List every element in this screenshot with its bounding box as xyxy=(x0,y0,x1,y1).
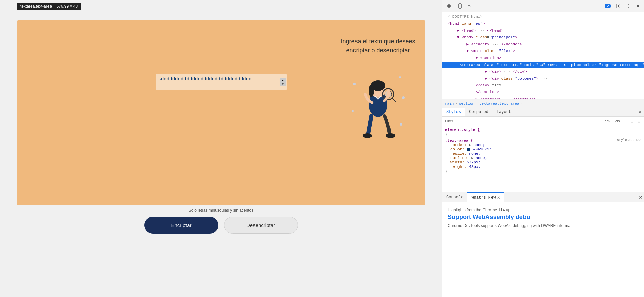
dom-line-html[interactable]: <html lang="es"> xyxy=(442,20,644,27)
dom-line-section2[interactable]: ▶ <section> ··· </section> xyxy=(442,96,644,99)
cursor-icon xyxy=(446,3,452,9)
close-devtools-btn[interactable]: ✕ xyxy=(635,3,641,9)
style-prop-width: width: 577px; xyxy=(450,160,641,164)
phone-icon-btn[interactable] xyxy=(456,3,464,9)
whats-new-body: Chrome DevTools supports WebAs: debuggin… xyxy=(448,223,639,228)
textarea-spinner: ▲ ▼ xyxy=(280,78,286,86)
illustration-text1: Ingresa el texto que desees xyxy=(328,37,429,46)
settings-icon-btn[interactable] xyxy=(614,3,622,9)
style-prop-resize: resize: none; xyxy=(450,151,641,156)
tab-styles[interactable]: Styles xyxy=(442,108,465,116)
whats-new-tab-label: What's New xyxy=(471,195,496,200)
dots-menu-btn[interactable]: ⋮ xyxy=(624,3,632,9)
chevron-more-btn[interactable]: » xyxy=(467,3,472,9)
console-tab[interactable]: Console xyxy=(442,192,467,202)
main-textarea[interactable] xyxy=(156,74,287,90)
color-swatch[interactable] xyxy=(467,148,470,151)
hint-text: Solo letras minúsculas y sin acentos xyxy=(17,208,425,213)
style-prop-height: height: 48px; xyxy=(450,164,641,169)
plus-filter-btn[interactable]: + xyxy=(623,119,627,123)
tooltip-dimensions: 576.99 × 48 xyxy=(56,4,78,9)
devtools-toolbar: » 2 ⋮ ✕ xyxy=(442,0,644,12)
dom-line-close-section: </section> xyxy=(442,89,644,96)
svg-point-4 xyxy=(400,123,402,126)
spinner-up[interactable]: ▲ xyxy=(280,78,286,82)
dom-line-div1[interactable]: ▶ <div> ··· </div> xyxy=(442,68,644,75)
illustration-text2: encriptar o desencriptar xyxy=(328,46,429,55)
page-area: textarea.text-area 576.99 × 48 ▲ ▼ xyxy=(0,0,442,297)
spinner-down[interactable]: ▼ xyxy=(280,82,286,86)
dom-line-body[interactable]: ▼ <body class="principal"> xyxy=(442,34,644,41)
tab-layout[interactable]: Layout xyxy=(493,108,515,116)
app-container: textarea.text-area 576.99 × 48 ▲ ▼ xyxy=(0,0,644,297)
dom-line-div-botones[interactable]: ▶ <div class="botones"> ··· xyxy=(442,75,644,82)
illustration-area: Ingresa el texto que desees encriptar o … xyxy=(328,34,429,141)
whats-new-highlight: Highlights from the Chrome 114 up... xyxy=(448,208,639,212)
gear-icon xyxy=(615,3,620,9)
style-rule-text-area: .text-area { style.css:33 border: ▶ none… xyxy=(445,138,641,173)
buttons-row: Encriptar Desencriptar xyxy=(17,217,425,234)
devtools-panel: » 2 ⋮ ✕ <!DOCTYPE html> <html lang="es"> xyxy=(442,0,644,297)
dom-line-main[interactable]: ▼ <main class="flex"> xyxy=(442,48,644,54)
dom-line-close-div: </div> flex xyxy=(442,82,644,89)
style-rule-element: element.style { } xyxy=(445,127,641,136)
console-tab-label: Console xyxy=(446,195,463,200)
tab-computed[interactable]: Computed xyxy=(465,108,493,116)
desencriptar-button[interactable]: Desencriptar xyxy=(224,217,298,234)
style-prop-color: color: #0A3871; xyxy=(450,147,641,151)
dom-line-section[interactable]: ▼ <section> xyxy=(442,54,644,61)
dom-tree[interactable]: <!DOCTYPE html> <html lang="es"> ▶ <head… xyxy=(442,12,644,99)
svg-point-8 xyxy=(369,85,374,97)
svg-point-13 xyxy=(386,133,395,138)
cursor-icon-btn[interactable] xyxy=(445,3,453,9)
styles-filter-bar: :hov .cls + ⊡ ⊞ xyxy=(442,117,644,126)
phone-icon xyxy=(457,3,463,9)
styles-tabs: Styles Computed Layout » xyxy=(442,108,644,117)
console-close-btn[interactable]: ✕ xyxy=(637,192,644,202)
svg-point-3 xyxy=(352,110,354,112)
whats-new-close-btn[interactable]: ✕ xyxy=(497,195,500,200)
svg-point-1 xyxy=(399,76,401,78)
svg-point-20 xyxy=(617,5,619,7)
svg-point-19 xyxy=(460,7,460,8)
illustration-svg xyxy=(351,67,405,141)
console-bar: Console What's New ✕ ✕ xyxy=(442,192,644,202)
dom-line-doctype: <!DOCTYPE html> xyxy=(442,13,644,20)
whats-new-title: Support WebAssembly debu xyxy=(448,214,639,221)
encriptar-button[interactable]: Encriptar xyxy=(144,217,218,234)
breadcrumb-bar: main › section › textarea.text-area › xyxy=(442,99,644,108)
computed-icon-btn[interactable]: ⊡ xyxy=(629,119,634,124)
svg-point-2 xyxy=(402,96,405,99)
dom-line-textarea[interactable]: ··· <textarea class="text-area" cols="30… xyxy=(442,62,644,68)
svg-rect-15 xyxy=(449,4,451,6)
page-footer: Solo letras minúsculas y sin acentos Enc… xyxy=(0,205,442,240)
textarea-wrapper: ▲ ▼ xyxy=(156,74,287,90)
styles-content[interactable]: element.style { } .text-area { style.css… xyxy=(442,126,644,192)
svg-rect-16 xyxy=(447,6,449,8)
svg-line-11 xyxy=(392,98,396,102)
breadcrumb-section[interactable]: section xyxy=(459,102,474,106)
whats-new-tab[interactable]: What's New ✕ xyxy=(467,192,504,202)
dom-line-head[interactable]: ▶ <head> ··· </head> xyxy=(442,27,644,34)
hov-filter-btn[interactable]: :hov xyxy=(602,119,611,123)
toggle-icon-btn[interactable]: ⊞ xyxy=(636,119,641,124)
breadcrumb-textarea[interactable]: textarea.text-area xyxy=(479,102,519,106)
cls-filter-btn[interactable]: .cls xyxy=(613,119,621,123)
tooltip-element-label: textarea.text-area xyxy=(20,4,52,9)
orange-section: ▲ ▼ Ingresa el texto que desees encripta… xyxy=(17,20,425,205)
styles-filter-input[interactable] xyxy=(445,119,600,123)
element-tooltip: textarea.text-area 576.99 × 48 xyxy=(17,3,81,10)
svg-rect-14 xyxy=(447,4,449,6)
style-prop-outline: outline: ▶ none; xyxy=(450,156,641,160)
breadcrumb-main[interactable]: main xyxy=(445,102,454,106)
styles-panel: Styles Computed Layout » :hov .cls + ⊡ ⊞… xyxy=(442,108,644,192)
dom-line-header[interactable]: ▶ <header> ··· </header> xyxy=(442,41,644,48)
badge-count: 2 xyxy=(605,4,611,8)
tab-more-btn[interactable]: » xyxy=(636,108,644,116)
style-prop-border: border: ▶ none; xyxy=(450,143,641,147)
svg-point-12 xyxy=(363,133,372,138)
orange-inner: ▲ ▼ Ingresa el texto que desees encripta… xyxy=(17,47,425,205)
svg-point-0 xyxy=(353,83,356,85)
whats-new-panel: Highlights from the Chrome 114 up... Sup… xyxy=(442,202,644,297)
svg-rect-17 xyxy=(449,6,451,8)
